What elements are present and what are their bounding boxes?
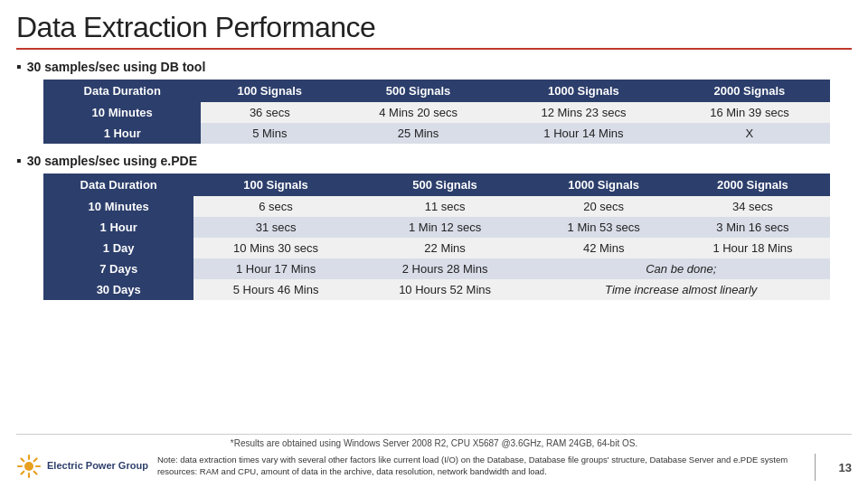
footer-bar: *Results are obtained using Windows Serv… (16, 434, 852, 481)
epg-logo: Electric Power Group (16, 454, 148, 479)
table-row: 7 Days 1 Hour 17 Mins 2 Hours 28 Mins Ca… (43, 258, 830, 279)
s1-col-header-3: 1000 Signals (498, 80, 669, 102)
s2-r0-c4: 34 secs (675, 196, 830, 217)
s2-r1-c3: 1 Min 53 secs (532, 217, 675, 238)
s2-r0-c0: 10 Minutes (43, 196, 193, 217)
s2-r2-c4: 1 Hour 18 Mins (675, 238, 830, 258)
page-number: 13 (839, 461, 852, 474)
s2-r3-c1: 1 Hour 17 Mins (193, 258, 357, 279)
s1-col-header-4: 2000 Signals (669, 80, 830, 102)
s1-r0-c1: 36 secs (201, 102, 338, 123)
footer-bottom: Electric Power Group Note: data extracti… (16, 452, 852, 481)
s2-r1-c0: 1 Hour (43, 217, 193, 238)
svg-line-7 (34, 459, 37, 462)
footer-divider (815, 454, 816, 481)
title-underline (16, 48, 852, 50)
page: Data Extraction Performance 30 samples/s… (0, 0, 868, 488)
s2-r0-c3: 20 secs (532, 196, 675, 217)
s2-r0-c2: 11 secs (358, 196, 533, 217)
svg-line-6 (34, 472, 37, 474)
s2-r0-c1: 6 secs (193, 196, 357, 217)
s2-r2-c0: 1 Day (43, 238, 193, 258)
table-row: 30 Days 5 Hours 46 Mins 10 Hours 52 Mins… (43, 279, 830, 300)
s1-col-header-1: 100 Signals (201, 80, 338, 102)
s1-r0-c3: 12 Mins 23 secs (498, 102, 669, 123)
s2-r1-c1: 31 secs (193, 217, 357, 238)
table-row: 1 Hour 31 secs 1 Min 12 secs 1 Min 53 se… (43, 217, 830, 238)
table-row: 1 Hour 5 Mins 25 Mins 1 Hour 14 Mins X (43, 123, 830, 144)
s1-r0-c4: 16 Min 39 secs (669, 102, 830, 123)
s2-col-header-1: 100 Signals (193, 174, 357, 196)
s2-r4-c34: Time increase almost linearly (532, 279, 830, 300)
svg-point-0 (24, 462, 33, 471)
s1-col-header-2: 500 Signals (338, 80, 498, 102)
s2-r1-c2: 1 Min 12 secs (358, 217, 533, 238)
table-row: 1 Day 10 Mins 30 secs 22 Mins 42 Mins 1 … (43, 238, 830, 258)
s2-r4-c0: 30 Days (43, 279, 193, 300)
s2-r4-c1: 5 Hours 46 Mins (193, 279, 357, 300)
s2-col-header-4: 2000 Signals (675, 174, 830, 196)
svg-line-5 (22, 459, 24, 462)
s2-r3-c34: Can be done; (532, 258, 830, 279)
s1-r0-c0: 10 Minutes (43, 102, 201, 123)
section1-label: 30 samples/sec using DB tool (16, 59, 852, 75)
s2-col-header-0: Data Duration (43, 174, 193, 196)
s1-r1-c2: 25 Mins (338, 123, 498, 144)
s2-r2-c3: 42 Mins (532, 238, 675, 258)
footnote: *Results are obtained using Windows Serv… (16, 438, 852, 448)
s2-col-header-3: 1000 Signals (532, 174, 675, 196)
s1-r1-c4: X (669, 123, 830, 144)
s1-r1-c1: 5 Mins (201, 123, 338, 144)
footer-note: Note: data extraction times vary with se… (157, 454, 800, 478)
svg-line-8 (22, 472, 24, 474)
s2-r3-c0: 7 Days (43, 258, 193, 279)
s1-col-header-0: Data Duration (43, 80, 201, 102)
s2-r4-c2: 10 Hours 52 Mins (358, 279, 533, 300)
s1-r1-c0: 1 Hour (43, 123, 201, 144)
epg-logo-icon (16, 454, 42, 479)
s2-r2-c1: 10 Mins 30 secs (193, 238, 357, 258)
table-row: 10 Minutes 6 secs 11 secs 20 secs 34 sec… (43, 196, 830, 217)
page-title: Data Extraction Performance (16, 11, 852, 44)
s2-r1-c4: 3 Min 16 secs (675, 217, 830, 238)
s1-r1-c3: 1 Hour 14 Mins (498, 123, 669, 144)
s2-col-header-2: 500 Signals (358, 174, 533, 196)
s2-r2-c2: 22 Mins (358, 238, 533, 258)
s1-r0-c2: 4 Mins 20 secs (338, 102, 498, 123)
section2-label: 30 samples/sec using e.PDE (16, 153, 852, 169)
table-row: 10 Minutes 36 secs 4 Mins 20 secs 12 Min… (43, 102, 830, 123)
section1-table: Data Duration 100 Signals 500 Signals 10… (43, 80, 830, 144)
company-name: Electric Power Group (47, 460, 148, 472)
section2-table: Data Duration 100 Signals 500 Signals 10… (43, 174, 830, 300)
s2-r3-c2: 2 Hours 28 Mins (358, 258, 533, 279)
